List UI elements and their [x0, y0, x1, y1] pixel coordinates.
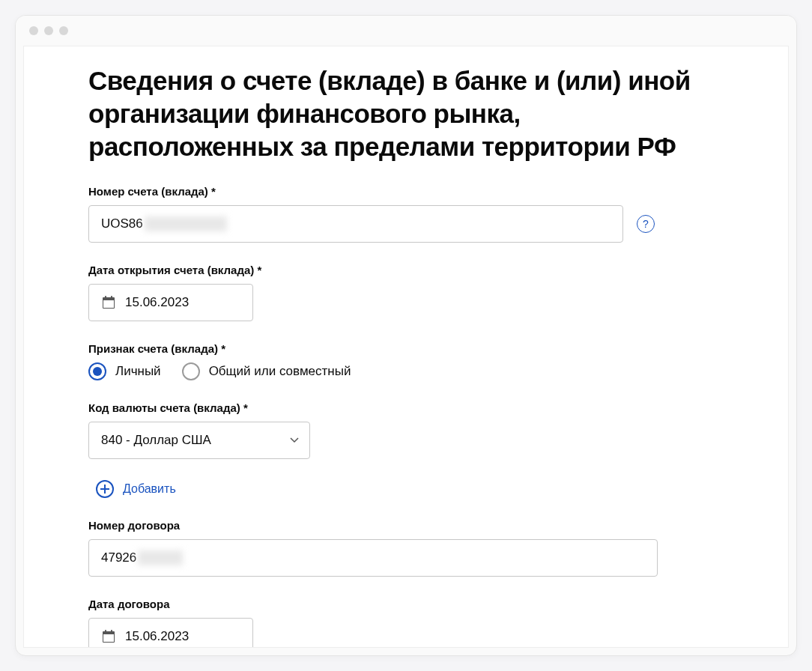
content-frame: Сведения о счете (вкладе) в банке и (или…	[23, 46, 789, 648]
contract-number-masked	[138, 550, 183, 565]
open-date-input[interactable]: 15.06.2023	[88, 284, 253, 321]
currency-select[interactable]: 840 - Доллар США	[88, 422, 310, 459]
window-titlebar	[16, 16, 796, 46]
traffic-light-minimize[interactable]	[44, 26, 53, 35]
account-number-row: UOS86 ?	[88, 205, 724, 243]
open-date-label: Дата открытия счета (вклада) *	[88, 264, 724, 276]
field-account-number: Номер счета (вклада) * UOS86 ?	[88, 185, 724, 243]
plus-circle-icon	[96, 480, 114, 498]
field-contract-number: Номер договора 47926	[88, 519, 724, 577]
add-currency-button[interactable]: Добавить	[96, 480, 724, 498]
calendar-icon	[101, 295, 116, 310]
radio-personal-label: Личный	[115, 364, 161, 379]
chevron-down-icon	[290, 437, 299, 443]
radio-joint[interactable]	[182, 362, 200, 380]
svg-rect-5	[103, 634, 114, 642]
radio-option-joint[interactable]: Общий или совместный	[182, 362, 351, 380]
contract-date-input[interactable]: 15.06.2023	[88, 618, 253, 647]
calendar-icon	[101, 629, 116, 644]
account-number-value: UOS86	[101, 216, 143, 231]
account-number-input[interactable]: UOS86	[88, 205, 623, 243]
help-icon[interactable]: ?	[637, 215, 655, 233]
contract-number-label: Номер договора	[88, 519, 724, 532]
add-label: Добавить	[123, 482, 176, 496]
svg-rect-2	[105, 296, 106, 299]
page-title: Сведения о счете (вкладе) в банке и (или…	[88, 64, 724, 163]
traffic-light-close[interactable]	[29, 26, 38, 35]
radio-personal[interactable]	[88, 362, 106, 380]
svg-rect-7	[111, 630, 112, 633]
help-glyph: ?	[643, 218, 649, 230]
app-window: Сведения о счете (вкладе) в банке и (или…	[15, 15, 797, 656]
svg-rect-6	[105, 630, 106, 633]
account-number-masked	[145, 216, 227, 231]
svg-rect-3	[111, 296, 112, 299]
radio-joint-label: Общий или совместный	[209, 364, 351, 379]
account-type-label: Признак счета (вклада) *	[88, 342, 724, 355]
svg-rect-1	[103, 300, 114, 308]
contract-date-value: 15.06.2023	[125, 629, 189, 644]
field-contract-date: Дата договора 15.06.2023	[88, 598, 724, 647]
field-open-date: Дата открытия счета (вклада) * 15.06.202…	[88, 264, 724, 321]
form-page: Сведения о счете (вкладе) в банке и (или…	[24, 46, 788, 647]
account-number-label: Номер счета (вклада) *	[88, 185, 724, 198]
open-date-value: 15.06.2023	[125, 295, 189, 310]
contract-date-label: Дата договора	[88, 598, 724, 610]
traffic-light-zoom[interactable]	[59, 26, 68, 35]
currency-label: Код валюты счета (вклада) *	[88, 401, 724, 414]
field-account-type: Признак счета (вклада) * Личный Общий ил…	[88, 342, 724, 380]
account-type-radio-group: Личный Общий или совместный	[88, 362, 724, 380]
currency-value: 840 - Доллар США	[101, 433, 211, 448]
radio-option-personal[interactable]: Личный	[88, 362, 161, 380]
field-currency: Код валюты счета (вклада) * 840 - Доллар…	[88, 401, 724, 459]
contract-number-input[interactable]: 47926	[88, 539, 658, 577]
contract-number-value: 47926	[101, 550, 136, 565]
